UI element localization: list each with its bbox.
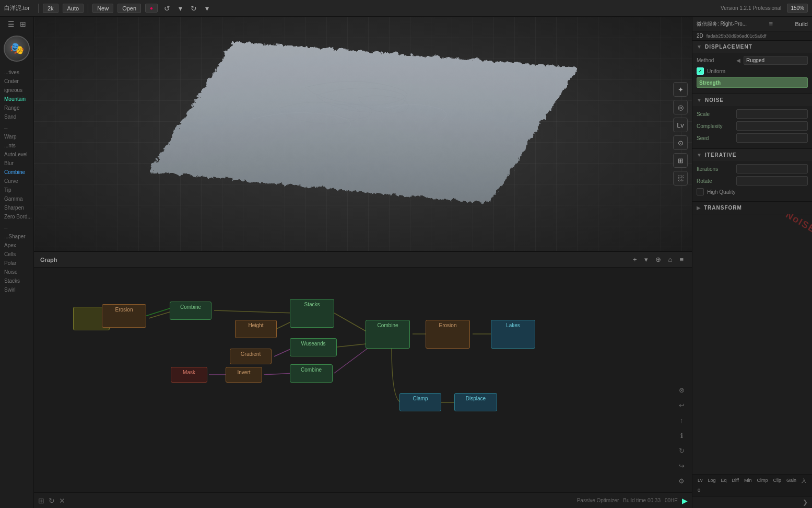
graph-info-icon[interactable]: ℹ bbox=[675, 429, 688, 442]
sidebar-item-sharpen[interactable]: Sharpen bbox=[0, 203, 33, 212]
node-height[interactable]: Height bbox=[235, 320, 277, 338]
sidebar-item-zerobord[interactable]: Zero Bord... bbox=[0, 212, 33, 221]
node-erosion-1[interactable]: Erosion bbox=[102, 304, 146, 328]
rs-build-btn[interactable]: Build bbox=[795, 21, 808, 27]
graph-refresh-icon[interactable]: ↻ bbox=[675, 444, 688, 457]
refresh-icon[interactable]: ↺ bbox=[162, 3, 172, 14]
rs-expand-icon[interactable]: ❯ bbox=[803, 499, 808, 506]
sidebar-item-warp[interactable]: Warp bbox=[0, 132, 33, 141]
play-btn[interactable]: ▶ bbox=[682, 497, 688, 505]
sidebar-item-shaper[interactable]: ...Shaper bbox=[0, 232, 33, 241]
chevron-down2-icon[interactable]: ▾ bbox=[203, 3, 211, 14]
sidebar-item-noise[interactable]: Noise bbox=[0, 268, 33, 276]
node-clamp[interactable]: Clamp bbox=[399, 393, 441, 411]
scale-input[interactable] bbox=[736, 109, 808, 119]
rs-iterative-header[interactable]: ▼ ITERATIVE bbox=[692, 149, 812, 161]
expand-icon[interactable]: ▾ bbox=[642, 255, 650, 264]
refresh-bottom-icon[interactable]: ↻ bbox=[49, 497, 55, 505]
sidebar-item-mountain[interactable]: Mountain bbox=[0, 95, 33, 103]
rs-noise-header[interactable]: ▼ NOISE bbox=[692, 94, 812, 106]
link-icon[interactable]: ⊕ bbox=[653, 255, 663, 264]
grid-bottom-icon[interactable]: ⊞ bbox=[38, 497, 44, 505]
iterations-input[interactable] bbox=[736, 164, 808, 174]
rs-tab-clip[interactable]: Clip bbox=[771, 477, 783, 486]
graph-export-icon[interactable]: ↑ bbox=[675, 414, 688, 426]
graph-settings-icon[interactable]: ⚙ bbox=[675, 475, 688, 487]
node-mask[interactable]: Mask bbox=[171, 367, 207, 383]
chevron-down-icon[interactable]: ▾ bbox=[176, 3, 184, 14]
method-chevron-left[interactable]: ◀ bbox=[736, 57, 740, 63]
sidebar-item-blur[interactable]: Blur bbox=[0, 159, 33, 168]
color-btn[interactable] bbox=[145, 4, 158, 13]
seed-input[interactable] bbox=[736, 133, 808, 143]
sidebar-item-gamma[interactable]: Gamma bbox=[0, 194, 33, 203]
rs-tab-gain[interactable]: Gain bbox=[784, 477, 798, 486]
sidebar-item-range[interactable]: Range bbox=[0, 103, 33, 112]
node-wuseands[interactable]: Wuseands bbox=[290, 338, 337, 356]
grid-icon[interactable]: ⊞ bbox=[19, 19, 27, 29]
rs-tab-min[interactable]: Min bbox=[742, 477, 754, 486]
sidebar-item-sand[interactable]: Sand bbox=[0, 112, 33, 121]
add-icon[interactable]: + bbox=[631, 255, 639, 264]
graph-reset-icon[interactable]: ⊗ bbox=[675, 384, 688, 396]
strength-bar[interactable]: Strength bbox=[697, 77, 808, 88]
grid-view-icon[interactable]: ⊞ bbox=[673, 153, 688, 168]
3d-viewport[interactable]: ✦ ◎ Lv ⊙ ⊞ ⛆ bbox=[34, 17, 692, 252]
node-invert[interactable]: Invert bbox=[226, 367, 262, 383]
rs-transform-header[interactable]: ▶ TRANSFORM bbox=[692, 202, 812, 214]
home-icon[interactable]: ⌂ bbox=[666, 255, 675, 264]
menu-icon[interactable]: ☰ bbox=[7, 19, 16, 29]
rs-tab-log[interactable]: Log bbox=[706, 477, 718, 486]
reset-view-icon[interactable]: ⊙ bbox=[673, 135, 688, 150]
resolution-btn[interactable]: 2k bbox=[43, 4, 58, 13]
node-gradient[interactable]: Gradient bbox=[230, 349, 272, 364]
graph-canvas[interactable]: Erosion Combine Stacks Height Wuseands bbox=[34, 268, 692, 508]
high-quality-checkbox[interactable] bbox=[697, 188, 704, 195]
node-lakes[interactable]: Lakes bbox=[491, 320, 535, 349]
uniform-checkbox[interactable]: ✓ bbox=[697, 67, 704, 75]
sidebar-item-crater[interactable]: Crater bbox=[0, 77, 33, 86]
sidebar-item-stacks[interactable]: Stacks bbox=[0, 276, 33, 285]
rs-displacement-header[interactable]: ▼ DISPLACEMENT bbox=[692, 41, 812, 53]
sidebar-item-combine[interactable]: Combine bbox=[0, 168, 33, 177]
graph-undo-icon[interactable]: ↩ bbox=[675, 399, 688, 411]
reload-icon[interactable]: ↻ bbox=[189, 3, 199, 14]
camera-icon[interactable]: ◎ bbox=[673, 100, 688, 114]
rs-tab-0[interactable]: 0 bbox=[696, 487, 702, 494]
rs-tab-diff[interactable]: Diff bbox=[730, 477, 741, 486]
node-combine-1[interactable]: Combine bbox=[170, 302, 211, 320]
close-bottom-icon[interactable]: ✕ bbox=[59, 497, 65, 505]
rs-2d-tab[interactable]: 2D bbox=[697, 33, 703, 39]
sidebar-item-swirl[interactable]: Swirl bbox=[0, 285, 33, 294]
sidebar-item-cells[interactable]: Cells bbox=[0, 250, 33, 259]
node-stacks[interactable]: Stacks bbox=[290, 299, 334, 328]
menu-graph-icon[interactable]: ≡ bbox=[677, 255, 686, 264]
mode-btn[interactable]: Auto bbox=[63, 4, 84, 13]
node-combine-2[interactable]: Combine bbox=[366, 320, 410, 349]
open-btn[interactable]: Open bbox=[117, 4, 141, 13]
rotate-input[interactable] bbox=[736, 176, 808, 186]
rs-tab-eq[interactable]: Eq bbox=[719, 477, 729, 486]
node-erosion-2[interactable]: Erosion bbox=[426, 320, 470, 349]
new-btn[interactable]: New bbox=[92, 4, 113, 13]
node-combine-3[interactable]: Combine bbox=[290, 364, 333, 383]
sidebar-item-igneous[interactable]: igneous bbox=[0, 86, 33, 95]
sidebar-item-apex[interactable]: Apex bbox=[0, 241, 33, 250]
sidebar-item-curve[interactable]: Curve bbox=[0, 177, 33, 186]
sidebar-item-tip[interactable]: Tip bbox=[0, 186, 33, 194]
cloud-icon[interactable]: ⛆ bbox=[673, 171, 688, 186]
rs-menu-icon[interactable]: ≡ bbox=[769, 20, 773, 28]
compass-icon[interactable]: Lv bbox=[673, 118, 688, 132]
rs-tab-lv[interactable]: Lv bbox=[696, 477, 705, 486]
rs-tab-input[interactable]: 入 bbox=[799, 477, 808, 486]
zoom-btn[interactable]: 150% bbox=[787, 4, 808, 13]
sun-icon[interactable]: ✦ bbox=[673, 82, 688, 97]
graph-redo-icon[interactable]: ↪ bbox=[675, 459, 688, 472]
node-displace[interactable]: Displace bbox=[454, 393, 497, 411]
sidebar-item-filters[interactable]: ...nts bbox=[0, 141, 33, 150]
sidebar-item-polar[interactable]: Polar bbox=[0, 259, 33, 268]
method-value[interactable]: Rugged bbox=[744, 56, 808, 65]
sidebar-item-primitives[interactable]: ...tives bbox=[0, 68, 33, 77]
rs-tab-clmp[interactable]: Clmp bbox=[755, 477, 770, 486]
complexity-input[interactable] bbox=[736, 121, 808, 131]
